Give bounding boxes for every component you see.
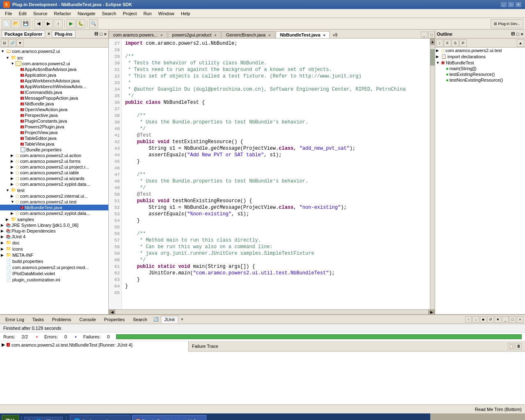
close-package-explorer[interactable]: × xyxy=(48,32,50,36)
taskbar-icon-4[interactable]: ⚙ xyxy=(54,417,63,420)
forward-button[interactable]: ▶ xyxy=(44,19,53,28)
outline-item[interactable]: ● testNonExistingResource() xyxy=(435,77,525,83)
junit-test-item[interactable]: ▶ J com.aramco.powers2.ui.test.NbBundleT… xyxy=(0,341,188,348)
tree-item[interactable]: ▶ 📁 META-INF xyxy=(0,252,108,258)
expand-arrow[interactable]: ▶ xyxy=(2,342,5,347)
tab-package-explorer[interactable]: Package Explorer xyxy=(2,30,45,38)
bottom-view-menu[interactable]: ▼ xyxy=(495,316,501,323)
tree-item[interactable]: 📄 plugin_customization.ini xyxy=(0,276,108,283)
taskbar-eclipse[interactable]: E Plug-in Development - NbBu... xyxy=(132,415,206,420)
tree-item[interactable]: J Powers2Plugin.java xyxy=(0,124,108,130)
tree-item[interactable]: ▶ 📚 JRE System Library [jdk1.5.0_06] xyxy=(0,222,108,228)
bottom-rerun[interactable]: ↺ xyxy=(487,316,494,323)
new-button[interactable]: 📄 xyxy=(2,19,11,28)
menu-project[interactable]: Project xyxy=(119,10,140,17)
outline-collapse[interactable]: ▲ xyxy=(517,39,524,47)
bottom-minimize[interactable]: _ xyxy=(502,316,509,323)
trace-clear[interactable]: 🗑 xyxy=(515,343,522,349)
search-button[interactable]: 🔍 xyxy=(89,19,98,28)
panel-close-icon[interactable]: × xyxy=(104,32,107,37)
link-editor-button[interactable]: 🔗 xyxy=(9,39,16,47)
maximize-button[interactable]: □ xyxy=(508,2,514,7)
taskbar-icon-2[interactable]: 🌐 xyxy=(34,417,43,420)
tab-editor-active[interactable]: NbBundleTest.java × xyxy=(276,31,330,38)
menu-refactor[interactable]: Refactor xyxy=(51,10,75,17)
outline-maximize[interactable]: □ xyxy=(516,32,519,37)
code-editor[interactable]: 2728293031323334353637383940414243444546… xyxy=(109,39,430,309)
tree-item[interactable]: ▼ 📁 test xyxy=(0,187,108,193)
outline-menu[interactable]: ⊟ xyxy=(511,31,515,37)
package-explorer-content[interactable]: ▼ 🗂 com.aramco.powers2.ui ▼ 📁 src ▼ ⬡ co… xyxy=(0,48,108,314)
outline-close[interactable]: × xyxy=(521,32,523,37)
bottom-prev[interactable]: ↑ xyxy=(465,316,472,323)
outline-hide-static[interactable]: S xyxy=(452,39,459,47)
tree-item[interactable]: ▶ ⬡ com.aramco.powers2.ui.project.r... xyxy=(0,164,108,170)
selected-file[interactable]: J NbBundleTest.java xyxy=(0,205,108,210)
outline-sort[interactable]: ↕ xyxy=(436,39,443,47)
editor-scrollbar-v[interactable]: ▲ ▼ xyxy=(430,39,435,309)
panel-maximize-icon[interactable]: □ xyxy=(100,32,103,37)
tree-item[interactable]: ▼ 🗂 com.aramco.powers2.ui xyxy=(0,48,108,55)
bottom-close[interactable]: × xyxy=(517,316,523,323)
open-button[interactable]: 📂 xyxy=(11,19,21,28)
tree-item[interactable]: J AppActionBarAdvisor.java xyxy=(0,66,108,72)
view-menu-button[interactable]: ▼ xyxy=(16,39,24,47)
tree-item[interactable]: ▶ 📁 doc xyxy=(0,240,108,246)
minimize-button[interactable]: _ xyxy=(500,2,507,7)
tab-junit[interactable]: JUnit xyxy=(161,316,178,323)
tree-item[interactable]: J PluginConstants.java xyxy=(0,118,108,124)
close-tab-2[interactable]: × xyxy=(269,33,271,37)
close-tab-1[interactable]: × xyxy=(215,33,217,37)
tab-console[interactable]: Console xyxy=(75,316,99,323)
outline-item[interactable]: ▶ 📋 import declarations xyxy=(435,53,525,59)
menu-search[interactable]: Search xyxy=(99,10,120,17)
tree-item[interactable]: ▼ ⬡ com.aramco.powers2.ui xyxy=(0,61,108,66)
code-text[interactable]: import com.aramco.powers2.ui.NbBundle; /… xyxy=(122,39,430,309)
close-tab-active[interactable]: × xyxy=(323,33,325,37)
window-controls[interactable]: _ □ × xyxy=(500,2,522,7)
tree-item[interactable]: J Application.java xyxy=(0,72,108,78)
tree-item[interactable]: J ProjectView.java xyxy=(0,130,108,135)
tree-item[interactable]: 📄 build.properties xyxy=(0,258,108,264)
tree-item[interactable]: ▶ ⬡ com.aramco.powers2.ui.forms xyxy=(0,158,108,164)
editor-scrollbar-h[interactable]: ◀ ▶ xyxy=(109,309,435,314)
outline-item[interactable]: ▶ ⬡ com.aramco.powers2.ui.test xyxy=(435,48,525,53)
tree-item[interactable]: J TableEditor.java xyxy=(0,135,108,141)
save-button[interactable]: 💾 xyxy=(21,19,30,28)
tree-item[interactable]: 📄 com.aramco.powers2.ui.project.mod... xyxy=(0,264,108,270)
tree-item[interactable]: ▶ ⬡ com.aramco.powers2.ui.table xyxy=(0,170,108,176)
tab-close-icon[interactable]: × xyxy=(179,316,185,322)
tree-item[interactable]: ▶ ⬡ com.aramco.powers2.ui.wizards xyxy=(0,176,108,181)
tab-problems[interactable]: Problems xyxy=(48,316,75,323)
tab-editor-2[interactable]: GenericBranch.java × xyxy=(221,31,275,38)
menu-run[interactable]: Run xyxy=(140,10,155,17)
menu-edit[interactable]: Edit xyxy=(16,10,30,17)
menu-source[interactable]: Source xyxy=(30,10,51,17)
tree-item[interactable]: ▶ 📁 icons xyxy=(0,246,108,252)
tab-editor-0[interactable]: com.aramco.powers... × xyxy=(109,31,167,38)
tree-item[interactable]: J AppWorkbenchAdvisor.java xyxy=(0,78,108,84)
editor-maximize[interactable]: □ xyxy=(428,32,435,38)
outline-content[interactable]: ▶ ⬡ com.aramco.powers2.ui.test ▶ 📋 impor… xyxy=(435,48,525,314)
tree-item[interactable]: ▶ ⬡ com.aramco.powers2.xyplot.data... xyxy=(0,181,108,187)
outline-hide-nonpub[interactable]: P xyxy=(459,39,467,47)
outline-item[interactable]: ● main(String[]) xyxy=(435,66,525,71)
tree-item[interactable]: ▶ 📁 samples xyxy=(0,216,108,222)
tab-properties[interactable]: Properties xyxy=(100,316,128,323)
tree-item[interactable]: J ICommandIds.java xyxy=(0,89,108,95)
tree-item[interactable]: J OpenViewAction.java xyxy=(0,107,108,112)
tab-tasks[interactable]: Tasks xyxy=(29,316,48,323)
panel-menu-icon[interactable]: ⊟ xyxy=(94,31,98,37)
close-button[interactable]: × xyxy=(515,2,522,7)
debug-button[interactable]: 🐛 xyxy=(76,19,85,28)
tree-item[interactable]: ▼ ⬡ com.aramco.powers2.ui.test xyxy=(0,199,108,205)
tree-item[interactable]: ▶ 📚 JUnit 4 xyxy=(0,234,108,240)
tab-search[interactable]: Search xyxy=(129,316,151,323)
close-tab-0[interactable]: × xyxy=(160,33,162,37)
tree-item[interactable]: ▼ 📁 src xyxy=(0,55,108,61)
menu-navigate[interactable]: Navigate xyxy=(74,10,98,17)
tree-item[interactable]: J Perspective.java xyxy=(0,112,108,118)
outline-hide-fields[interactable]: F xyxy=(444,39,451,47)
tree-item[interactable]: J MessagePopupAction.java xyxy=(0,95,108,101)
menu-window[interactable]: Window xyxy=(155,10,178,17)
